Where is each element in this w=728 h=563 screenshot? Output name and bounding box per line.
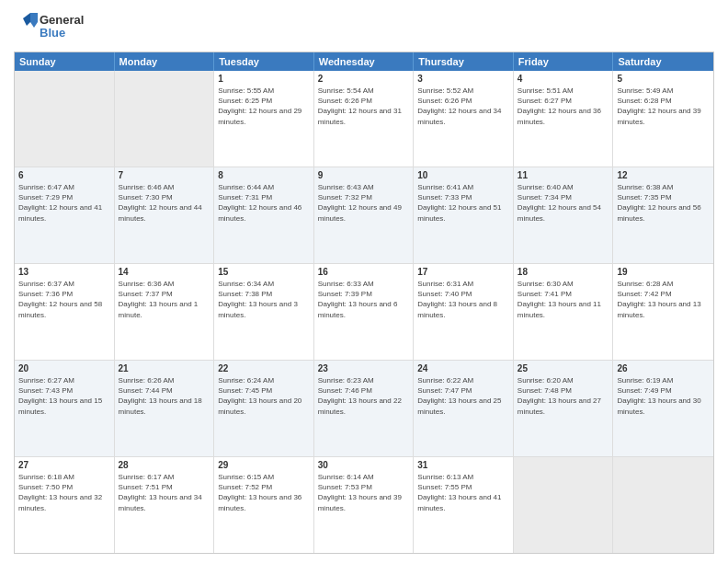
day-info-15: Sunrise: 6:34 AMSunset: 7:38 PMDaylight:… xyxy=(218,279,310,320)
svg-text:Blue: Blue xyxy=(40,26,65,40)
day-number-5: 5 xyxy=(617,74,710,84)
day-info-23: Sunrise: 6:23 AMSunset: 7:46 PMDaylight:… xyxy=(318,375,410,417)
week-row-5: 27Sunrise: 6:18 AMSunset: 7:50 PMDayligh… xyxy=(15,456,713,553)
day-cell-29: 29Sunrise: 6:15 AMSunset: 7:52 PMDayligh… xyxy=(214,457,314,553)
day-info-12: Sunrise: 6:38 AMSunset: 7:35 PMDaylight:… xyxy=(617,182,710,224)
week-row-4: 20Sunrise: 6:27 AMSunset: 7:43 PMDayligh… xyxy=(15,360,713,456)
calendar-body: 1Sunrise: 5:55 AMSunset: 6:25 PMDaylight… xyxy=(15,71,713,553)
day-number-2: 2 xyxy=(318,74,410,84)
day-number-24: 24 xyxy=(417,363,509,373)
day-info-28: Sunrise: 6:17 AMSunset: 7:51 PMDaylight:… xyxy=(119,472,210,513)
day-number-19: 19 xyxy=(617,267,710,277)
day-number-31: 31 xyxy=(417,460,509,470)
day-cell-10: 10Sunrise: 6:41 AMSunset: 7:33 PMDayligh… xyxy=(414,167,514,263)
header-day-saturday: Saturday xyxy=(613,52,713,71)
day-info-8: Sunrise: 6:44 AMSunset: 7:31 PMDaylight:… xyxy=(218,182,310,224)
day-info-31: Sunrise: 6:13 AMSunset: 7:55 PMDaylight:… xyxy=(417,472,509,513)
day-number-4: 4 xyxy=(518,74,609,84)
day-cell-5: 5Sunrise: 5:49 AMSunset: 6:28 PMDaylight… xyxy=(613,71,713,167)
header: General Blue xyxy=(14,9,714,44)
day-cell-13: 13Sunrise: 6:37 AMSunset: 7:36 PMDayligh… xyxy=(15,264,115,360)
day-number-10: 10 xyxy=(417,170,509,180)
day-cell-6: 6Sunrise: 6:47 AMSunset: 7:29 PMDaylight… xyxy=(15,167,115,263)
calendar-header: SundayMondayTuesdayWednesdayThursdayFrid… xyxy=(15,52,713,71)
week-row-3: 13Sunrise: 6:37 AMSunset: 7:36 PMDayligh… xyxy=(15,263,713,360)
day-number-26: 26 xyxy=(617,363,710,373)
day-cell-9: 9Sunrise: 6:43 AMSunset: 7:32 PMDaylight… xyxy=(314,167,415,263)
day-number-18: 18 xyxy=(518,267,609,277)
page: General Blue SundayMondayTuesdayWednesda… xyxy=(0,0,728,563)
day-number-27: 27 xyxy=(18,460,110,470)
day-info-22: Sunrise: 6:24 AMSunset: 7:45 PMDaylight:… xyxy=(218,375,310,417)
header-day-thursday: Thursday xyxy=(414,52,514,71)
svg-marker-2 xyxy=(30,13,38,28)
day-number-6: 6 xyxy=(18,170,110,180)
day-info-4: Sunrise: 5:51 AMSunset: 6:27 PMDaylight:… xyxy=(518,86,609,127)
day-cell-27: 27Sunrise: 6:18 AMSunset: 7:50 PMDayligh… xyxy=(15,457,115,553)
logo: General Blue xyxy=(14,9,97,44)
day-cell-17: 17Sunrise: 6:31 AMSunset: 7:40 PMDayligh… xyxy=(414,264,514,360)
day-info-11: Sunrise: 6:40 AMSunset: 7:34 PMDaylight:… xyxy=(518,182,609,224)
day-number-28: 28 xyxy=(119,460,210,470)
day-number-25: 25 xyxy=(518,363,609,373)
day-cell-16: 16Sunrise: 6:33 AMSunset: 7:39 PMDayligh… xyxy=(314,264,415,360)
day-info-27: Sunrise: 6:18 AMSunset: 7:50 PMDaylight:… xyxy=(18,472,110,513)
day-number-29: 29 xyxy=(218,460,310,470)
day-cell-18: 18Sunrise: 6:30 AMSunset: 7:41 PMDayligh… xyxy=(514,264,614,360)
day-info-19: Sunrise: 6:28 AMSunset: 7:42 PMDaylight:… xyxy=(617,279,710,320)
day-cell-24: 24Sunrise: 6:22 AMSunset: 7:47 PMDayligh… xyxy=(414,361,514,456)
day-cell-2: 2Sunrise: 5:54 AMSunset: 6:26 PMDaylight… xyxy=(314,71,415,167)
day-cell-30: 30Sunrise: 6:14 AMSunset: 7:53 PMDayligh… xyxy=(314,457,415,553)
day-info-2: Sunrise: 5:54 AMSunset: 6:26 PMDaylight:… xyxy=(318,86,410,127)
day-info-17: Sunrise: 6:31 AMSunset: 7:40 PMDaylight:… xyxy=(417,279,509,320)
logo-svg: General Blue xyxy=(14,9,97,44)
day-number-13: 13 xyxy=(18,267,110,277)
day-info-16: Sunrise: 6:33 AMSunset: 7:39 PMDaylight:… xyxy=(318,279,410,320)
day-info-29: Sunrise: 6:15 AMSunset: 7:52 PMDaylight:… xyxy=(218,472,310,513)
day-info-3: Sunrise: 5:52 AMSunset: 6:26 PMDaylight:… xyxy=(417,86,509,127)
day-cell-12: 12Sunrise: 6:38 AMSunset: 7:35 PMDayligh… xyxy=(613,167,713,263)
empty-cell xyxy=(613,457,713,553)
day-number-14: 14 xyxy=(119,267,210,277)
day-info-5: Sunrise: 5:49 AMSunset: 6:28 PMDaylight:… xyxy=(617,86,710,127)
day-cell-19: 19Sunrise: 6:28 AMSunset: 7:42 PMDayligh… xyxy=(613,264,713,360)
empty-cell xyxy=(514,457,614,553)
day-info-13: Sunrise: 6:37 AMSunset: 7:36 PMDaylight:… xyxy=(18,279,110,320)
day-info-25: Sunrise: 6:20 AMSunset: 7:48 PMDaylight:… xyxy=(518,375,609,417)
day-number-21: 21 xyxy=(119,363,210,373)
day-cell-26: 26Sunrise: 6:19 AMSunset: 7:49 PMDayligh… xyxy=(613,361,713,456)
day-number-22: 22 xyxy=(218,363,310,373)
svg-marker-3 xyxy=(23,13,30,26)
day-cell-14: 14Sunrise: 6:36 AMSunset: 7:37 PMDayligh… xyxy=(115,264,215,360)
day-number-3: 3 xyxy=(417,74,509,84)
day-number-16: 16 xyxy=(318,267,410,277)
day-cell-3: 3Sunrise: 5:52 AMSunset: 6:26 PMDaylight… xyxy=(414,71,514,167)
empty-cell xyxy=(115,71,215,167)
day-info-10: Sunrise: 6:41 AMSunset: 7:33 PMDaylight:… xyxy=(417,182,509,224)
day-cell-7: 7Sunrise: 6:46 AMSunset: 7:30 PMDaylight… xyxy=(115,167,215,263)
day-number-9: 9 xyxy=(318,170,410,180)
week-row-2: 6Sunrise: 6:47 AMSunset: 7:29 PMDaylight… xyxy=(15,167,713,263)
day-cell-8: 8Sunrise: 6:44 AMSunset: 7:31 PMDaylight… xyxy=(214,167,314,263)
day-number-30: 30 xyxy=(318,460,410,470)
day-cell-31: 31Sunrise: 6:13 AMSunset: 7:55 PMDayligh… xyxy=(414,457,514,553)
day-cell-25: 25Sunrise: 6:20 AMSunset: 7:48 PMDayligh… xyxy=(514,361,614,456)
day-info-21: Sunrise: 6:26 AMSunset: 7:44 PMDaylight:… xyxy=(119,375,210,417)
empty-cell xyxy=(15,71,115,167)
day-number-15: 15 xyxy=(218,267,310,277)
header-day-friday: Friday xyxy=(514,52,614,71)
header-day-wednesday: Wednesday xyxy=(314,52,415,71)
day-cell-21: 21Sunrise: 6:26 AMSunset: 7:44 PMDayligh… xyxy=(115,361,215,456)
day-cell-1: 1Sunrise: 5:55 AMSunset: 6:25 PMDaylight… xyxy=(214,71,314,167)
day-cell-23: 23Sunrise: 6:23 AMSunset: 7:46 PMDayligh… xyxy=(314,361,415,456)
day-number-12: 12 xyxy=(617,170,710,180)
day-number-17: 17 xyxy=(417,267,509,277)
svg-text:General: General xyxy=(40,13,84,27)
day-info-26: Sunrise: 6:19 AMSunset: 7:49 PMDaylight:… xyxy=(617,375,710,417)
day-info-18: Sunrise: 6:30 AMSunset: 7:41 PMDaylight:… xyxy=(518,279,609,320)
day-cell-11: 11Sunrise: 6:40 AMSunset: 7:34 PMDayligh… xyxy=(514,167,614,263)
calendar: SundayMondayTuesdayWednesdayThursdayFrid… xyxy=(14,52,714,554)
day-number-1: 1 xyxy=(218,74,310,84)
day-info-9: Sunrise: 6:43 AMSunset: 7:32 PMDaylight:… xyxy=(318,182,410,224)
day-info-30: Sunrise: 6:14 AMSunset: 7:53 PMDaylight:… xyxy=(318,472,410,513)
